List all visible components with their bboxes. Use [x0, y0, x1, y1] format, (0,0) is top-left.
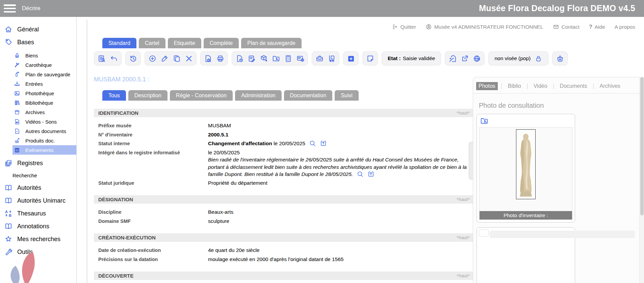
tab-description[interactable]: Description [128, 90, 168, 101]
delete-record-button[interactable] [183, 53, 195, 64]
package-export-button[interactable] [258, 53, 269, 64]
sidebar-item-biens[interactable]: Biens [0, 51, 76, 60]
apropos-link[interactable]: A propos [615, 24, 635, 30]
back-to-top-link[interactable]: ^haut^ [457, 197, 470, 202]
aide-link[interactable]: ? Aide [589, 24, 605, 30]
search-icon[interactable] [357, 171, 364, 178]
sidebar-item-outils[interactable]: Outils [0, 246, 76, 258]
calculator-button[interactable] [282, 53, 294, 64]
sidebar-item-archives[interactable]: Archives [0, 107, 76, 117]
list-search-button[interactable] [96, 53, 107, 64]
hamburger-menu-icon[interactable] [4, 4, 16, 12]
field-label: Domaine SMF [98, 217, 208, 225]
print-record-button[interactable] [202, 53, 214, 64]
tab-biblio[interactable]: Biblio [506, 82, 523, 90]
back-to-top-link[interactable]: ^haut^ [457, 273, 470, 278]
sidebar-item-entrees[interactable]: Entrées [0, 79, 76, 88]
quitter-label: Quitter [400, 24, 416, 30]
add-record-button[interactable] [147, 53, 158, 64]
tab-suivi[interactable]: Suivi [335, 90, 359, 101]
open-record-icon[interactable] [367, 171, 375, 178]
calendar-add-button[interactable] [345, 53, 357, 64]
printer-button[interactable] [214, 53, 226, 64]
tab-photos[interactable]: Photos [476, 82, 498, 90]
sidebar-item-recherche[interactable]: Recherche [0, 170, 76, 181]
basket-button[interactable] [554, 53, 566, 64]
toolbar-group-documents [232, 51, 308, 66]
tab-etiquette[interactable]: Etiquette [168, 38, 201, 48]
edit-record-button[interactable] [159, 53, 170, 64]
tab-video[interactable]: Vidéo [531, 82, 550, 90]
user-account-link[interactable]: Musée v4 ADMINISTRATEUR FONCTIONNEL [426, 24, 543, 30]
sidebar-item-autorites[interactable]: Autorités [0, 181, 76, 194]
toolbar-group-print [200, 51, 228, 66]
drawer-drag-handle[interactable] [469, 142, 473, 180]
sidebar-item-phototheque[interactable]: Photothèque [0, 88, 76, 98]
tab-cartel[interactable]: Cartel [139, 38, 165, 48]
sidebar-item-bibliotheque[interactable]: Bibliothèque [0, 98, 76, 107]
field-value: Beaux-arts [208, 208, 233, 216]
external-link-button[interactable] [459, 53, 470, 64]
note-button[interactable] [364, 53, 376, 64]
sidebar-item-annotations[interactable]: Annotations [0, 220, 76, 233]
sidebar-item-general[interactable]: Général [0, 23, 76, 36]
folder-media-icon[interactable] [480, 117, 489, 125]
form-edit-button[interactable] [246, 53, 257, 64]
sidebar-item-autorites-unimarc[interactable]: Autorités Unimarc [0, 194, 76, 207]
attach-file-button[interactable] [234, 53, 245, 64]
sidebar-item-autres-documents[interactable]: Autres documents [0, 126, 76, 136]
back-button[interactable] [108, 53, 120, 64]
field-row: Préfixe musée MUSBAM [98, 122, 474, 130]
tab-documents[interactable]: Documents [558, 82, 590, 90]
sidebar-item-label: Produits doc. [25, 138, 55, 144]
sidebar-item-bases[interactable]: Bases [0, 36, 76, 49]
back-to-top-link[interactable]: ^haut^ [457, 235, 470, 240]
contact-link[interactable]: Contact [553, 24, 579, 30]
tab-regie-conservation[interactable]: Régie - Conservation [170, 90, 233, 101]
calculator-icon [284, 54, 292, 63]
vertical-scrollbar[interactable] [639, 77, 644, 283]
search-icon[interactable] [309, 140, 316, 147]
tab-separator [553, 83, 554, 89]
sidebar-item-videos-sons[interactable]: Vidéos - Sons [0, 117, 76, 126]
folder-media-button[interactable] [270, 53, 282, 64]
globe-publish-icon [473, 54, 481, 63]
sidebar-item-carotheque[interactable]: Carothèque [0, 60, 76, 70]
tab-tous[interactable]: Tous [102, 90, 126, 101]
duplicate-record-button[interactable] [171, 53, 182, 64]
tab-archives[interactable]: Archives [597, 82, 623, 90]
lock-icon[interactable] [535, 55, 542, 62]
field-row: Statut juridique Propriété du départemen… [98, 179, 474, 187]
sidebar-item-label: Mes recherches [17, 236, 60, 243]
globe-publish-button[interactable] [471, 53, 483, 64]
magic-document-button[interactable] [447, 53, 458, 64]
open-record-icon[interactable] [320, 140, 327, 147]
tab-complete[interactable]: Complète [204, 38, 239, 48]
toolbox-button[interactable] [314, 53, 325, 64]
undo-icon [110, 54, 118, 63]
field-label: Statut interne [98, 140, 208, 148]
sidebar-item-label: Biens [25, 53, 38, 58]
tab-standard[interactable]: Standard [102, 38, 136, 48]
media-tabs: Photos Biblio Vidéo Documents Archives [473, 77, 640, 93]
sidebar-item-mes-recherches[interactable]: Mes recherches [0, 233, 76, 246]
tab-documentation[interactable]: Documentation [284, 90, 333, 101]
sidebar-item-thesaurus[interactable]: Thesaurus [0, 207, 76, 220]
trolley-button[interactable] [326, 53, 337, 64]
back-to-top-link[interactable]: ^haut^ [457, 110, 470, 115]
sidebar-item-produits-doc[interactable]: Produits doc. [0, 136, 76, 145]
tab-administration[interactable]: Administration [235, 90, 281, 101]
photo-inventory-card [476, 227, 575, 283]
sidebar-item-registres[interactable]: Registres [0, 157, 76, 170]
history-button[interactable] [127, 53, 139, 64]
etat-label: Etat : [388, 55, 401, 61]
tab-plan-de-sauvegarde[interactable]: Plan de sauvegarde [241, 38, 301, 48]
quitter-link[interactable]: Quitter [391, 24, 416, 30]
card-add-button[interactable] [294, 53, 306, 64]
sculpture-photo[interactable] [516, 129, 536, 199]
field-value: MUSBAM [208, 122, 231, 130]
sidebar-item-plan-sauvegarde[interactable]: Plan de sauvegarde [0, 70, 76, 79]
scrollbar-thumb[interactable] [640, 77, 644, 215]
sidebar-item-evenements[interactable]: Evènements [12, 145, 76, 155]
video-file-icon [14, 119, 20, 125]
